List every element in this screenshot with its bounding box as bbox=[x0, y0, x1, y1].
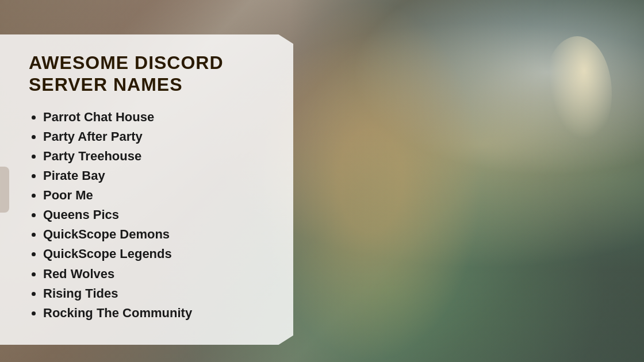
list-item: Red Wolves bbox=[43, 264, 267, 284]
list-item: Queens Pics bbox=[43, 205, 267, 225]
list-item: Rocking The Community bbox=[43, 303, 267, 323]
list-item: Pirate Bay bbox=[43, 166, 267, 186]
panel-notch bbox=[0, 167, 9, 213]
lamp-glow bbox=[543, 36, 612, 151]
content-panel: Awesome Discord Server Names Parrot Chat… bbox=[0, 34, 293, 345]
server-name-list: Parrot Chat HouseParty After PartyParty … bbox=[29, 107, 267, 323]
list-item: Party After Party bbox=[43, 127, 267, 147]
list-item: Poor Me bbox=[43, 186, 267, 205]
list-item: Party Treehouse bbox=[43, 147, 267, 166]
list-item: QuickScope Demons bbox=[43, 225, 267, 244]
list-item: QuickScope Legends bbox=[43, 244, 267, 264]
list-item: Parrot Chat House bbox=[43, 107, 267, 127]
list-item: Rising Tides bbox=[43, 284, 267, 303]
page-title: Awesome Discord Server Names bbox=[29, 52, 267, 96]
